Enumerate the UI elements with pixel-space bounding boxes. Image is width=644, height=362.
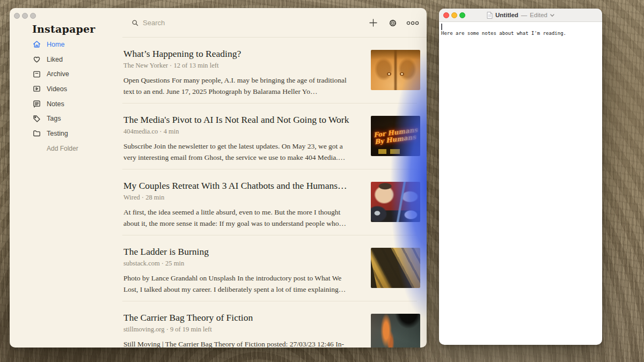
instapaper-window: Instapaper Home Liked Archive Videos Not… bbox=[10, 8, 427, 348]
sidebar-item-label: Notes bbox=[47, 100, 64, 108]
article-source: The New Yorker · 12 of 13 min left bbox=[123, 61, 357, 70]
tag-icon bbox=[32, 114, 41, 123]
folder-icon bbox=[32, 129, 41, 138]
article-row[interactable]: The Carrier Bag Theory of Fiction stillm… bbox=[122, 301, 427, 348]
sidebar-item-home[interactable]: Home bbox=[10, 37, 122, 52]
content-header: Search bbox=[122, 8, 427, 38]
text-editor-area[interactable]: Here are some notes about what I'm readi… bbox=[439, 22, 602, 345]
sidebar-item-label: Videos bbox=[47, 85, 67, 93]
app-logo: Instapaper bbox=[32, 23, 95, 35]
archive-icon bbox=[32, 70, 41, 79]
article-row[interactable]: The Media's Pivot to AI Is Not Real and … bbox=[122, 104, 427, 169]
neon-sign-base bbox=[378, 149, 400, 154]
sidebar: Home Liked Archive Videos Notes Tags Tes… bbox=[10, 37, 122, 156]
sidebar-item-archive[interactable]: Archive bbox=[10, 67, 122, 82]
article-source: stillmoving.org · 9 of 19 min left bbox=[123, 325, 357, 334]
heart-icon bbox=[32, 55, 41, 64]
document-title: Untitled bbox=[495, 12, 518, 18]
amber-xray-thumbnail bbox=[371, 50, 420, 90]
ellipsis-icon bbox=[406, 20, 419, 26]
neon-sign-thumbnail: For Humans By Humans bbox=[371, 116, 420, 156]
textedit-titlebar: Untitled — Edited bbox=[439, 9, 602, 22]
textedit-window: Untitled — Edited Here are some notes ab… bbox=[439, 9, 602, 345]
text-cursor bbox=[441, 24, 442, 30]
article-title: The Media's Pivot to AI Is Not Real and … bbox=[123, 114, 357, 125]
document-icon bbox=[487, 12, 493, 19]
sidebar-item-videos[interactable]: Videos bbox=[10, 82, 122, 97]
zoom-button[interactable] bbox=[30, 13, 36, 19]
article-source: substack.com · 25 min bbox=[123, 259, 357, 268]
close-button[interactable] bbox=[14, 13, 20, 19]
add-folder-button[interactable]: Add Folder bbox=[10, 141, 122, 156]
window-title: Untitled — Edited bbox=[439, 9, 602, 21]
home-icon bbox=[32, 40, 41, 49]
article-list-pane: Search What’s Happening to Reading? The … bbox=[122, 8, 427, 348]
plus-icon bbox=[368, 18, 378, 28]
article-title: The Ladder is Burning bbox=[123, 246, 357, 257]
sidebar-item-tags[interactable]: Tags bbox=[10, 111, 122, 126]
caret-line bbox=[441, 23, 600, 30]
notes-icon bbox=[32, 99, 41, 108]
sidebar-item-label: Tags bbox=[47, 115, 61, 122]
sidebar-item-label: Liked bbox=[47, 56, 63, 63]
sidebar-item-liked[interactable]: Liked bbox=[10, 52, 122, 67]
title-separator: — bbox=[521, 12, 528, 18]
article-title: What’s Happening to Reading? bbox=[123, 48, 357, 60]
sidebar-item-label: Testing bbox=[47, 130, 68, 137]
article-excerpt: At first, the idea seemed a little absur… bbox=[123, 206, 356, 229]
gear-icon bbox=[388, 18, 398, 28]
search-input[interactable]: Search bbox=[131, 8, 165, 38]
window-controls bbox=[14, 13, 36, 19]
sidebar-item-notes[interactable]: Notes bbox=[10, 97, 122, 112]
note-text: Here are some notes about what I'm readi… bbox=[441, 30, 600, 37]
flame-abstract-thumbnail bbox=[371, 314, 420, 348]
sidebar-item-label: Archive bbox=[47, 70, 69, 78]
search-icon bbox=[131, 19, 139, 27]
sidebar-item-label: Home bbox=[47, 41, 64, 48]
article-source: Wired · 28 min bbox=[123, 193, 357, 202]
article-title: The Carrier Bag Theory of Fiction bbox=[123, 312, 357, 323]
article-excerpt: Photo by Lance Grandahl on Unsplash In t… bbox=[123, 272, 356, 295]
article-row[interactable]: The Ladder is Burning substack.com · 25 … bbox=[122, 235, 427, 301]
video-icon bbox=[32, 84, 41, 93]
article-source: 404media.co · 4 min bbox=[123, 127, 357, 136]
settings-button[interactable] bbox=[388, 8, 398, 38]
portrait-painting-thumbnail bbox=[371, 182, 420, 222]
article-excerpt: Open Questions For many people, A.I. may… bbox=[123, 75, 356, 97]
article-excerpt: Still Moving | The Carrier Bag Theory of… bbox=[123, 338, 356, 348]
ladder-shadow-thumbnail bbox=[371, 248, 420, 288]
article-row[interactable]: What’s Happening to Reading? The New Yor… bbox=[122, 38, 427, 104]
more-options-button[interactable] bbox=[406, 8, 419, 38]
sidebar-item-testing[interactable]: Testing bbox=[10, 126, 122, 141]
search-placeholder: Search bbox=[143, 19, 165, 27]
minimize-button[interactable] bbox=[22, 13, 28, 19]
article-title: My Couples Retreat With 3 AI Chatbots an… bbox=[123, 180, 357, 191]
title-menu-button[interactable] bbox=[550, 13, 554, 17]
article-row[interactable]: My Couples Retreat With 3 AI Chatbots an… bbox=[122, 169, 427, 235]
add-article-button[interactable] bbox=[368, 8, 378, 38]
article-excerpt: Subscribe Join the newsletter to get the… bbox=[123, 141, 356, 163]
edited-status: Edited bbox=[530, 12, 547, 18]
